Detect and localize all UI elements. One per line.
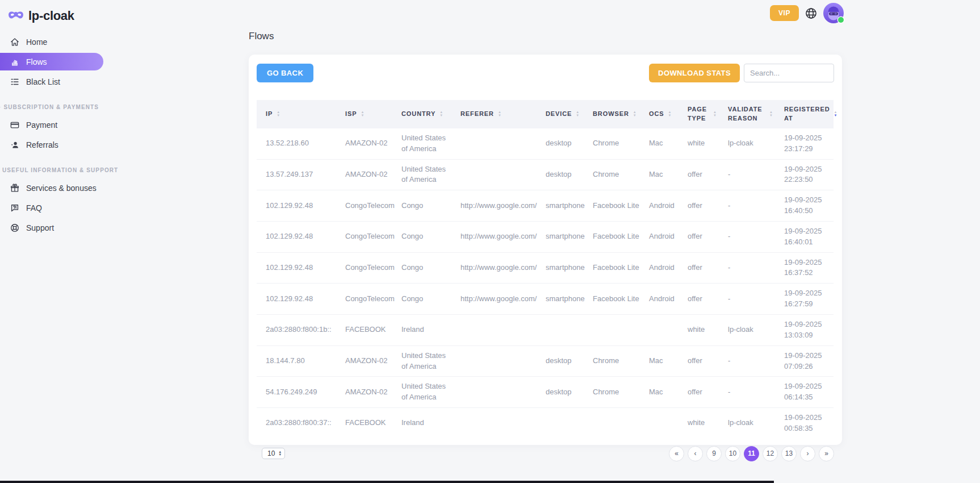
table-cell [451, 408, 537, 439]
table-cell: United States of America [392, 128, 451, 159]
column-header-referer[interactable]: REFERER▲▼ [451, 100, 537, 128]
sidebar-item-black-list[interactable]: Black List [0, 73, 114, 90]
table-cell: desktop [537, 159, 584, 190]
first-page-button[interactable]: « [669, 446, 684, 461]
table-cell: - [719, 252, 775, 284]
column-label: DEVICE [546, 110, 572, 119]
table-cell: Congo [392, 284, 451, 315]
per-page-select[interactable]: 10 ▲▼ [262, 448, 285, 459]
table-cell [584, 408, 640, 439]
table-cell: offer [679, 252, 719, 284]
sidebar-item-flows[interactable]: Flows [0, 53, 103, 70]
column-header-page-type[interactable]: PAGE TYPE▲▼ [679, 100, 719, 128]
table-cell: smartphone [537, 284, 584, 315]
sidebar-item-faq[interactable]: FAQ [0, 199, 114, 216]
table-cell: lp-cloak [719, 128, 775, 159]
column-header-browser[interactable]: BROWSER▲▼ [584, 100, 640, 128]
sidebar-item-home[interactable]: Home [0, 33, 114, 51]
table-cell: Android [640, 252, 679, 284]
table-cell: http://www.google.com/ [451, 221, 537, 252]
table-cell: smartphone [537, 221, 584, 252]
column-label: COUNTRY [401, 110, 435, 119]
table-cell [451, 128, 537, 159]
referrals-icon [10, 140, 20, 150]
sidebar-section-support: USEFUL INFORMATION & SUPPORT [0, 167, 114, 173]
page-button-12[interactable]: 12 [763, 446, 778, 461]
table-cell: Facebook Lite [584, 190, 640, 222]
page-button-13[interactable]: 13 [781, 446, 797, 461]
table-cell: United States of America [392, 345, 451, 377]
sort-icon: ▲▼ [834, 111, 837, 117]
table-cell [451, 159, 537, 190]
column-header-validate-reason[interactable]: VALIDATE REASON▲▼ [719, 100, 775, 128]
table-cell: white [679, 315, 719, 346]
faq-icon [10, 203, 20, 213]
table-cell: 2a03:2880:f800:1b:: [257, 315, 336, 346]
table-cell [584, 315, 640, 346]
table-cell: 102.129.92.48 [257, 284, 336, 315]
lifebuoy-icon [10, 223, 20, 233]
table-cell: 18.144.7.80 [257, 345, 336, 377]
sort-icon: ▲▼ [713, 111, 717, 117]
table-cell: Congo [392, 221, 451, 252]
table-cell: smartphone [537, 190, 584, 222]
table-header-row: IP▲▼ISP▲▼COUNTRY▲▼REFERER▲▼DEVICE▲▼BROWS… [257, 100, 834, 128]
flows-card: GO BACK DOWNLOAD STATS IP▲▼ISP▲▼COUNTRY▲… [249, 55, 842, 445]
column-label: OCS [649, 110, 664, 119]
search-input[interactable] [744, 64, 834, 82]
table-cell: offer [679, 377, 719, 408]
sidebar-item-label: Services & bonuses [26, 184, 97, 193]
table-row: 102.129.92.48CongoTelecomCongohttp://www… [257, 284, 834, 315]
column-header-country[interactable]: COUNTRY▲▼ [392, 100, 451, 128]
column-label: IP [266, 110, 273, 119]
logo: lp-cloak [0, 0, 114, 25]
column-header-device[interactable]: DEVICE▲▼ [537, 100, 584, 128]
sidebar-item-support[interactable]: Support [0, 219, 114, 236]
page-button-10[interactable]: 10 [725, 446, 740, 461]
mask-icon [8, 10, 24, 22]
table-cell: AMAZON-02 [336, 128, 392, 159]
sort-icon: ▲▼ [668, 111, 672, 117]
table-row: 2a03:2880:f800:37::FACEBOOKIrelandwhitel… [257, 408, 834, 439]
table-cell: Ireland [392, 408, 451, 439]
page-button-9[interactable]: 9 [706, 446, 722, 461]
column-header-isp[interactable]: ISP▲▼ [336, 100, 392, 128]
table-cell [451, 345, 537, 377]
table-cell: http://www.google.com/ [451, 190, 537, 222]
table-cell: 13.52.218.60 [257, 128, 336, 159]
table-row: 18.144.7.80AMAZON-02United States of Ame… [257, 345, 834, 377]
per-page-value: 10 [267, 449, 275, 457]
table-cell: Chrome [584, 128, 640, 159]
column-header-ocs[interactable]: OCS▲▼ [640, 100, 679, 128]
sidebar-item-payment[interactable]: Payment [0, 116, 114, 134]
logo-text: lp-cloak [28, 9, 74, 23]
table-cell: 19-09-2025 16:40:50 [775, 190, 834, 222]
last-page-button[interactable]: » [819, 446, 834, 461]
table-cell: AMAZON-02 [336, 377, 392, 408]
pagination: «‹910111213›» [669, 446, 834, 461]
column-header-ip[interactable]: IP▲▼ [257, 100, 336, 128]
go-back-button[interactable]: GO BACK [257, 64, 313, 82]
table-cell [537, 315, 584, 346]
table-cell: - [719, 284, 775, 315]
table-cell: smartphone [537, 252, 584, 284]
sort-icon: ▲▼ [633, 111, 636, 117]
column-label: REGISTERED AT [784, 105, 830, 123]
table-cell: Ireland [392, 315, 451, 346]
sidebar-item-label: Black List [26, 77, 60, 86]
download-stats-button[interactable]: DOWNLOAD STATS [649, 64, 740, 82]
table-row: 54.176.249.249AMAZON-02United States of … [257, 377, 834, 408]
sidebar-item-referrals[interactable]: Referrals [0, 136, 114, 153]
table-cell: Mac [640, 128, 679, 159]
table-cell: offer [679, 345, 719, 377]
column-header-registered-at[interactable]: REGISTERED AT▲▼ [775, 100, 834, 128]
flows-icon [10, 57, 20, 67]
table-cell: AMAZON-02 [336, 159, 392, 190]
prev-page-button[interactable]: ‹ [688, 446, 703, 461]
sidebar-item-label: FAQ [26, 203, 42, 213]
sidebar-item-services-bonuses[interactable]: Services & bonuses [0, 179, 114, 197]
next-page-button[interactable]: › [800, 446, 815, 461]
page-button-11[interactable]: 11 [744, 446, 759, 461]
column-label: ISP [345, 110, 357, 119]
page-title: Flows [249, 31, 842, 42]
